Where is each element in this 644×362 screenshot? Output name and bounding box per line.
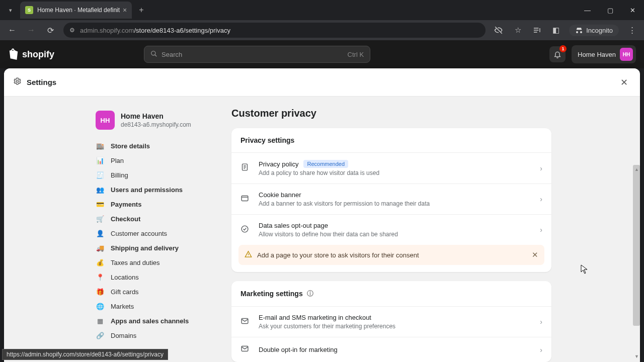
media-icon[interactable] (529, 22, 545, 38)
tab-dropdown[interactable]: ▾ (2, 2, 19, 18)
row-icon (240, 163, 252, 173)
address-bar[interactable]: ⚙ admin.shopify.com/store/de8143-a6/sett… (63, 23, 486, 38)
incognito-badge[interactable]: Incognito (569, 25, 619, 36)
row-icon (240, 317, 252, 327)
new-tab-button[interactable]: + (139, 6, 143, 15)
sidebar-item-taxes-and-duties[interactable]: 💰Taxes and duties (91, 255, 214, 270)
nav-label: Checkout (111, 215, 140, 223)
nav-icon: 💳 (96, 201, 105, 208)
search-input[interactable]: Search Ctrl K (144, 46, 370, 63)
url-text: admin.shopify.com/store/de8143-a6/settin… (80, 27, 230, 34)
nav-label: Users and permissions (111, 186, 183, 194)
site-info-icon[interactable]: ⚙ (69, 27, 75, 34)
svg-rect-3 (242, 196, 248, 201)
settings-row[interactable]: Privacy policyRecommended Add a policy t… (231, 152, 551, 184)
nav-label: Payments (111, 201, 141, 208)
info-icon[interactable]: ⓘ (307, 289, 313, 298)
shopify-bag-icon (8, 48, 19, 60)
sidebar-item-payments[interactable]: 💳Payments (91, 197, 214, 212)
menu-icon[interactable]: ⋮ (624, 22, 640, 38)
sidebar-item-billing[interactable]: 🧾Billing (91, 168, 214, 183)
chevron-right-icon: › (540, 346, 542, 354)
forward-button[interactable]: → (23, 22, 39, 38)
reload-button[interactable]: ⟳ (42, 22, 58, 38)
sidebar-item-domains[interactable]: 🔗Domains (91, 328, 214, 343)
sidebar-item-gift-cards[interactable]: 🎁Gift cards (91, 285, 214, 299)
scroll-down-icon[interactable]: ▼ (634, 354, 639, 359)
bookmark-icon[interactable]: ☆ (510, 22, 526, 38)
sidebar-item-shipping-and-delivery[interactable]: 🚚Shipping and delivery (91, 241, 214, 255)
chevron-right-icon: › (540, 195, 542, 203)
row-icon (240, 344, 252, 355)
store-domain: de8143-a6.myshopify.com (121, 121, 191, 128)
nav-label: Domains (111, 332, 136, 339)
nav-icon: 👥 (96, 186, 105, 194)
recommended-badge: Recommended (303, 160, 348, 168)
warning-icon (245, 250, 252, 259)
sidebar-item-store-details[interactable]: 🏬Store details (91, 139, 214, 153)
sidebar-item-apps-and-sales-channels[interactable]: ▦Apps and sales channels (91, 314, 214, 328)
tab-close-icon[interactable]: × (123, 6, 127, 14)
row-subtitle: Add a banner to ask visitors for permiss… (259, 200, 540, 207)
sidebar-item-plan[interactable]: 📊Plan (91, 153, 214, 168)
sidebar-item-customer-accounts[interactable]: 👤Customer accounts (91, 226, 214, 241)
row-icon (240, 225, 252, 235)
banner-close-icon[interactable]: ✕ (532, 250, 538, 259)
row-subtitle: Ask your customers for their marketing p… (259, 323, 540, 330)
nav-label: Gift cards (111, 288, 139, 296)
window-minimize-button[interactable]: ― (576, 0, 599, 20)
privacy-settings-card: Privacy settings Privacy policyRecommend… (231, 128, 551, 272)
shopify-logo[interactable]: shopify (8, 48, 54, 60)
back-button[interactable]: ← (4, 22, 20, 38)
sidebar-item-markets[interactable]: 🌐Markets (91, 299, 214, 314)
window-close-button[interactable]: ✕ (621, 0, 644, 20)
sidebar-item-locations[interactable]: 📍Locations (91, 270, 214, 285)
settings-row[interactable]: Data sales opt-out page Allow visitors t… (231, 214, 551, 245)
nav-icon: 📍 (96, 274, 105, 281)
nav-icon: 💰 (96, 259, 105, 266)
nav-icon: 📊 (96, 157, 105, 164)
nav-label: Store details (111, 142, 150, 150)
nav-label: Apps and sales channels (111, 317, 189, 325)
nav-icon: 🏬 (96, 142, 105, 150)
browser-tab[interactable]: S Home Haven · Metafield definit × (20, 2, 132, 19)
settings-title: Settings (27, 78, 56, 86)
consent-banner: Add a page to your store to ask visitors… (238, 245, 544, 265)
scrollbar[interactable] (633, 165, 640, 326)
favicon-icon: S (25, 6, 33, 14)
page-title: Customer privacy (231, 108, 551, 119)
row-title: Data sales opt-out page (259, 222, 328, 229)
nav-label: Customer accounts (111, 230, 167, 237)
nav-icon: 🎁 (96, 288, 105, 296)
scroll-up-icon[interactable]: ▲ (634, 167, 639, 172)
nav-label: Taxes and duties (111, 259, 160, 266)
close-settings-button[interactable]: ✕ (617, 75, 631, 89)
eye-off-icon[interactable] (491, 22, 507, 38)
store-name: Home Haven (121, 112, 191, 120)
row-title: Double opt-in for marketing (259, 346, 338, 353)
store-switcher[interactable]: Home Haven HH (572, 45, 636, 63)
gear-icon (13, 77, 22, 87)
window-maximize-button[interactable]: ▢ (599, 0, 621, 20)
bell-badge: 1 (559, 45, 567, 52)
notifications-button[interactable]: 1 (549, 46, 566, 62)
marketing-settings-card: Marketing settings ⓘ E-mail and SMS mark… (231, 281, 551, 362)
store-card[interactable]: HH Home Haven de8143-a6.myshopify.com (91, 107, 214, 134)
search-icon (150, 50, 157, 59)
tab-title: Home Haven · Metafield definit (37, 7, 120, 14)
nav-icon: 🛒 (96, 215, 105, 223)
nav-icon: 🔗 (96, 332, 105, 339)
nav-icon: 🌐 (96, 303, 105, 310)
settings-row[interactable]: Double opt-in for marketing › (231, 337, 551, 362)
settings-row[interactable]: Cookie banner Add a banner to ask visito… (231, 184, 551, 214)
nav-icon: 🚚 (96, 244, 105, 252)
row-title: Privacy policy (259, 160, 298, 168)
sidebar-item-users-and-permissions[interactable]: 👥Users and permissions (91, 183, 214, 197)
row-icon (240, 194, 252, 205)
sidepanel-icon[interactable]: ◧ (548, 22, 564, 38)
nav-icon: ▦ (96, 317, 105, 325)
banner-text: Add a page to your store to ask visitors… (257, 251, 419, 259)
nav-label: Markets (111, 303, 134, 310)
sidebar-item-checkout[interactable]: 🛒Checkout (91, 212, 214, 226)
settings-row[interactable]: E-mail and SMS marketing in checkout Ask… (231, 306, 551, 337)
